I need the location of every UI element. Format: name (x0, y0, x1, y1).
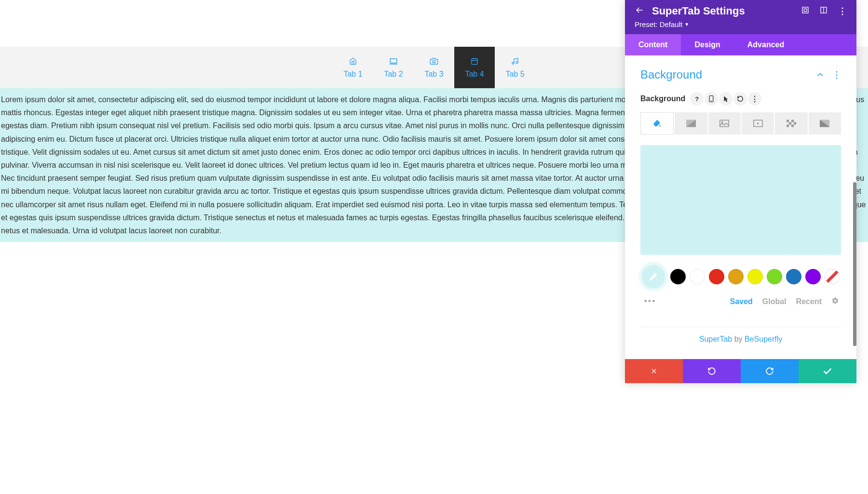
swatch-yellow[interactable] (747, 269, 763, 284)
svg-rect-3 (472, 59, 477, 65)
undo-button[interactable] (683, 359, 741, 383)
svg-point-7 (512, 62, 514, 64)
panel-actions (625, 359, 856, 383)
layout-icon[interactable] (820, 6, 827, 16)
svg-rect-20 (791, 120, 794, 122)
panel-title: SuperTab Settings (652, 5, 745, 17)
swatch-none[interactable] (825, 269, 840, 284)
tab-label: Tab 2 (384, 70, 403, 79)
bg-pattern-tab[interactable] (775, 112, 807, 134)
bg-color-tab[interactable] (640, 112, 674, 134)
more-options-icon[interactable]: ⋮ (748, 92, 761, 106)
swatch-purple[interactable] (805, 269, 821, 284)
laptop-icon (389, 56, 398, 66)
calendar-icon (471, 56, 478, 66)
panel-credit: SuperTab by BeSuperfly (640, 327, 841, 349)
swatch-tab-global[interactable]: Global (762, 297, 787, 306)
swatch-orange[interactable] (728, 269, 744, 284)
reset-icon[interactable] (733, 92, 747, 106)
svg-point-2 (433, 60, 435, 63)
color-preview[interactable] (640, 145, 841, 255)
tab-advanced-settings[interactable]: Advanced (734, 34, 798, 55)
help-icon[interactable]: ? (690, 92, 704, 106)
tab-label: Tab 4 (465, 70, 484, 79)
collapse-icon[interactable] (817, 70, 824, 79)
redo-button[interactable] (741, 359, 799, 383)
tab-5[interactable]: Tab 5 (495, 47, 535, 88)
tab-4[interactable]: Tab 4 (454, 47, 495, 88)
swatch-green[interactable] (767, 269, 782, 284)
product-link[interactable]: SuperTab (699, 335, 732, 343)
tab-label: Tab 3 (424, 70, 443, 79)
swatch-white[interactable] (690, 269, 705, 284)
back-icon[interactable] (635, 6, 644, 16)
bg-image-tab[interactable] (708, 112, 741, 134)
preset-selector[interactable]: Preset: Default ▼ (635, 20, 847, 28)
tab-1[interactable]: Tab 1 (333, 47, 373, 88)
svg-point-17 (722, 121, 723, 123)
color-swatches (640, 264, 841, 290)
tab-label: Tab 1 (343, 70, 362, 79)
expand-icon[interactable] (801, 6, 809, 16)
camera-icon (430, 56, 438, 66)
swatch-black[interactable] (670, 269, 686, 284)
background-type-tabs (640, 112, 841, 134)
field-label: Background (640, 94, 685, 103)
panel-tabs: Content Design Advanced (625, 34, 856, 55)
swatch-blue[interactable] (786, 269, 801, 284)
settings-panel: SuperTab Settings ⋮ Preset: Default ▼ Co… (625, 0, 856, 383)
author-link[interactable]: BeSuperfly (745, 335, 782, 343)
more-swatches-button[interactable]: ••• (642, 296, 658, 307)
svg-rect-0 (390, 59, 397, 63)
svg-rect-23 (787, 125, 789, 127)
panel-header: SuperTab Settings ⋮ Preset: Default ▼ (625, 0, 856, 34)
bg-mask-tab[interactable] (809, 112, 841, 134)
mobile-icon[interactable] (705, 92, 718, 106)
tab-content-settings[interactable]: Content (625, 34, 681, 55)
bg-video-tab[interactable] (742, 112, 774, 134)
swatch-tab-saved[interactable]: Saved (730, 297, 753, 306)
bg-gradient-tab[interactable] (675, 112, 707, 134)
swatch-settings-icon[interactable] (831, 297, 839, 307)
section-title: Background (640, 68, 702, 81)
svg-rect-16 (720, 120, 729, 126)
more-icon[interactable]: ⋮ (838, 6, 847, 16)
svg-rect-10 (804, 9, 806, 11)
home-icon (349, 56, 357, 66)
tab-design-settings[interactable]: Design (681, 34, 733, 55)
save-button[interactable] (799, 359, 856, 383)
svg-rect-24 (791, 125, 794, 127)
more-icon[interactable]: ⋮ (832, 69, 841, 80)
tab-3[interactable]: Tab 3 (414, 47, 454, 88)
music-icon (511, 56, 519, 66)
eyedropper-button[interactable] (640, 264, 666, 290)
svg-rect-22 (794, 122, 796, 125)
svg-rect-19 (787, 120, 789, 122)
swatch-tab-recent[interactable]: Recent (796, 297, 822, 306)
svg-rect-21 (789, 122, 791, 125)
dropdown-icon: ▼ (684, 22, 689, 27)
panel-body: Background ⋮ Background ? (625, 55, 856, 359)
hover-icon[interactable] (719, 92, 732, 106)
swatch-red[interactable] (709, 269, 724, 284)
svg-point-8 (516, 62, 518, 64)
svg-rect-9 (802, 7, 808, 13)
scrollbar-thumb[interactable] (853, 182, 856, 346)
tab-label: Tab 5 (505, 70, 524, 79)
cancel-button[interactable] (625, 359, 683, 383)
tab-2[interactable]: Tab 2 (373, 47, 414, 88)
